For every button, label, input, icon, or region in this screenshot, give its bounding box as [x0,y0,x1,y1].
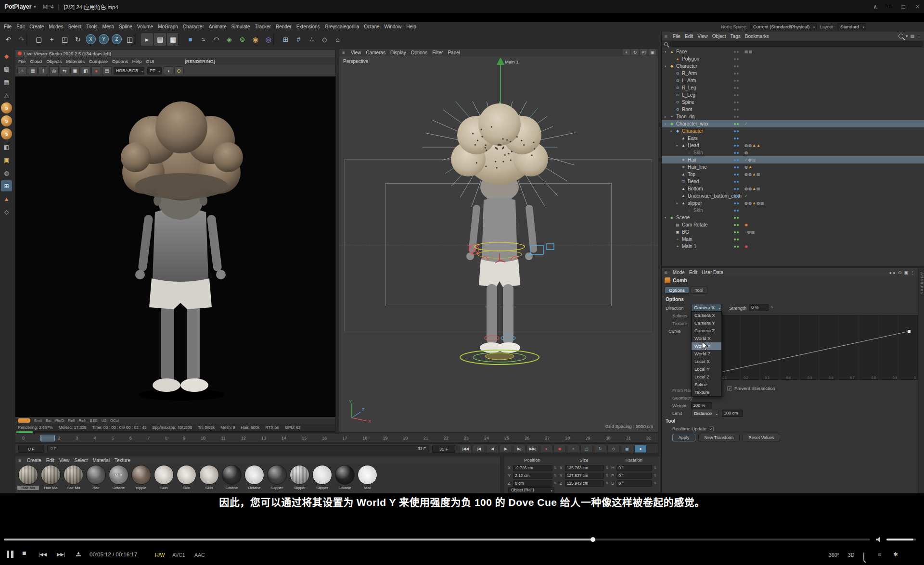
previous-button[interactable]: |◀◀ [38,552,47,557]
material-sphere[interactable] [290,465,309,485]
tree-row[interactable]: ▾ ▲ Head ◍◍▲▲ [662,142,924,149]
object-tag-icon[interactable]: ◉ [744,223,748,227]
search-icon[interactable] [898,34,903,38]
menu-item[interactable]: GUI [146,59,154,64]
menu-item[interactable]: Mode [673,270,685,275]
tree-row[interactable]: ◌ Skin [662,207,924,214]
toolbar-icon[interactable]: ▏ [180,33,184,46]
toolbar-icon[interactable]: # [292,33,305,46]
material-sphere[interactable] [358,465,377,485]
frame-number[interactable]: 8 [165,436,167,440]
frame-number[interactable]: 20 [403,436,408,440]
frame-number[interactable]: 16 [322,436,327,440]
timeline-playhead[interactable] [40,435,55,441]
toolbar-icon[interactable]: ■ [184,33,197,46]
dropdown-option[interactable]: World Z [692,350,721,358]
mode-icon[interactable]: ◇ [1,206,12,217]
response-curve-select[interactable]: HDR/sRGB [114,67,144,75]
menu-item[interactable]: Help [406,24,416,29]
material-sphere[interactable] [64,465,83,485]
toolbar-icon[interactable]: Z [112,34,122,44]
object-tag-icon[interactable]: ◍ [748,143,752,148]
expand-toggle-icon[interactable]: ▾ [665,64,669,68]
object-tag-icon[interactable]: ◍ [757,201,760,205]
layout-select[interactable]: Standard [837,23,866,30]
frame-number[interactable]: 27 [545,436,550,440]
render-pass-label[interactable]: Refr [78,418,86,423]
perspective-viewport[interactable]: ViewCamerasDisplayOptionsFilterPanel +↻◰… [339,48,658,433]
object-label[interactable]: Root [682,107,692,112]
material-sphere[interactable] [267,465,287,485]
visibility-dots[interactable] [734,181,739,183]
menu-item[interactable]: Edit [16,24,25,29]
tree-row[interactable]: ▣ BG ●◍▦ [662,228,924,236]
panel-icon[interactable]: ⋮ [917,34,921,38]
transport-button[interactable]: ▶▶| [526,445,539,453]
object-tag-icon[interactable]: ✓ [744,122,748,126]
rotation-field[interactable]: 0 ° [616,473,652,479]
material-sphere[interactable]: MIX [109,465,128,485]
menu-item[interactable]: Animate [209,24,227,29]
menu-item[interactable]: Select [68,24,81,29]
zoom-icon[interactable] [863,552,864,561]
seek-knob[interactable] [590,537,595,542]
tree-row[interactable]: ▲ Top ◍◍▲▦ [662,171,924,178]
material-sphere[interactable] [335,465,355,485]
material-item[interactable]: Octane [334,465,356,490]
material-sphere[interactable] [154,465,174,485]
frame-number[interactable]: 11 [221,436,225,440]
object-label[interactable]: Spine [682,100,694,105]
prevent-intersection-checkbox[interactable]: ✓ [727,386,732,391]
toolbar-icon[interactable]: ◈ [223,33,236,46]
playlist-icon[interactable]: ≡ [878,551,882,558]
visibility-dots[interactable] [734,73,739,75]
pause-button[interactable] [7,551,13,558]
object-tag-icon[interactable]: ▲ [748,165,752,169]
frame-number[interactable]: 13 [261,436,266,440]
frame-number[interactable]: 19 [383,436,387,440]
mode-icon[interactable]: △ [1,89,12,100]
material-item[interactable]: Skin [198,465,220,490]
attribute-tab[interactable]: Tool [691,287,707,294]
toolbar-icon[interactable]: ↻ [71,33,84,46]
volume-slider[interactable] [886,539,916,540]
direction-select[interactable]: Camera X [691,304,722,312]
visibility-dots[interactable] [734,80,739,82]
object-label[interactable]: Main [682,237,693,242]
toolbar-icon[interactable]: ⊚ [236,33,249,46]
distance-field[interactable]: 100 cm [722,410,743,417]
object-label[interactable]: Scene [676,215,690,220]
seek-bar[interactable] [4,539,870,540]
visibility-dots[interactable] [734,87,739,89]
octane-tool-icon[interactable]: ⇆ [60,66,69,75]
object-tag-icon[interactable]: ▦ [760,201,764,205]
transport-button[interactable]: ◀ [486,445,499,453]
visibility-dots[interactable] [734,116,739,118]
menu-item[interactable]: Mesh [103,24,114,29]
expand-toggle-icon[interactable]: ▾ [665,50,669,54]
visibility-dots[interactable] [734,94,739,96]
menu-item[interactable]: Tools [86,24,97,29]
curve-editor[interactable]: 0.10.20.30.40.50.60.70.80.91 [720,315,918,380]
material-sphere[interactable] [18,465,38,485]
menu-item[interactable]: Create [27,458,41,463]
menu-item[interactable]: Volume [137,24,153,29]
tree-row[interactable]: ◫ Bend [662,178,924,185]
titlebar[interactable]: PotPlayer ▾ MP4 | [2/2] 24.应用角色.mp4 ∧–□× [0,0,924,13]
visibility-dots[interactable] [734,188,739,190]
size-field[interactable]: 135.763 cm [565,465,604,471]
visibility-dots[interactable] [734,123,739,125]
object-tag-icon[interactable]: ▦ [744,50,748,54]
frame-number[interactable]: 25 [504,436,509,440]
frame-number[interactable]: 6 [129,436,132,440]
kernel-select[interactable]: PT [147,67,162,75]
visibility-dots[interactable] [734,246,739,248]
expand-toggle-icon[interactable]: ▾ [665,122,669,126]
tree-row[interactable]: ▾ ◆ Character [662,63,924,70]
visibility-dots[interactable] [734,130,739,132]
object-label[interactable]: L_Leg [682,92,695,98]
menu-item[interactable]: Select [75,458,88,463]
object-label[interactable]: Cam Rotate [682,222,707,227]
frame-number[interactable]: 15 [302,436,307,440]
toolbar-icon[interactable]: ⌂ [331,33,344,46]
